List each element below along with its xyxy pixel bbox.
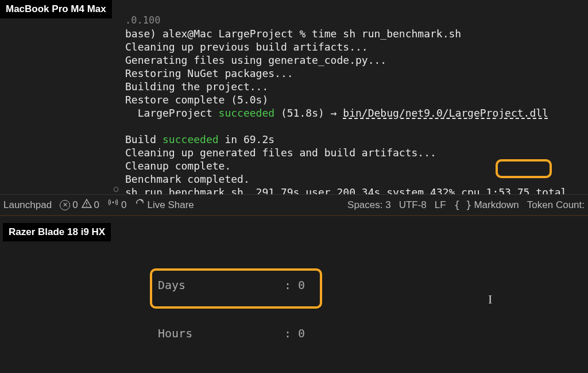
version-fragment: .0.100 — [125, 14, 160, 26]
terminal-output-macbook: .0.100 base) alex@Mac LargeProject % tim… — [0, 0, 588, 194]
out-line-project-succeeded: LargeProject succeeded (51.8s) → bin/Deb… — [125, 107, 548, 119]
out-line-cleanup-complete: Cleanup complete. — [125, 160, 231, 172]
out-line-restoring: Restoring NuGet packages... — [125, 67, 293, 79]
status-bar: Launchpad ✕ 0 0 0 Live Share Spaces: 3 U… — [0, 194, 588, 215]
label-macbook: MacBook Pro M4 Max — [0, 0, 112, 18]
out-line-cleaning-gen: Cleaning up generated files and build ar… — [125, 147, 436, 159]
ports-indicator[interactable]: 0 — [107, 198, 126, 212]
out-line-cleaning: Cleaning up previous build artifacts... — [125, 41, 368, 53]
launchpad-button[interactable]: Launchpad — [3, 199, 52, 211]
spaces-indicator[interactable]: Spaces: 3 — [347, 199, 391, 211]
live-share-icon — [135, 198, 145, 212]
radio-tower-icon — [107, 198, 119, 212]
error-icon: ✕ — [60, 200, 70, 210]
ps-key-days: Days — [158, 277, 284, 293]
out-line-generating: Generating files using generate_code.py.… — [125, 54, 386, 66]
ps-val-days: 0 — [298, 277, 305, 293]
problems-warnings[interactable]: 0 — [82, 199, 99, 211]
token-count[interactable]: Token Count: — [527, 199, 585, 211]
out-line-benchmark-completed: Benchmark completed. — [125, 173, 250, 185]
ps-val-hours: 0 — [298, 325, 305, 341]
braces-icon: { } — [454, 199, 472, 211]
svg-point-1 — [86, 206, 87, 207]
powershell-timespan-output: Days: 0 Hours: 0 Minutes: 2 Seconds: 52 … — [158, 245, 430, 373]
out-line-timing: sh run_benchmark.sh 291.79s user 200.34s… — [125, 186, 567, 194]
live-share-button[interactable]: Live Share — [135, 198, 194, 212]
warning-icon — [82, 199, 92, 211]
out-line-restore-complete: Restore complete (5.0s) — [125, 94, 268, 106]
label-razer: Razer Blade 18 i9 HX — [3, 223, 111, 241]
ps-key-hours: Hours — [158, 325, 284, 341]
prompt-line-1: base) alex@Mac LargeProject % time sh ru… — [125, 28, 461, 40]
problems-errors[interactable]: ✕ 0 — [60, 199, 78, 211]
language-mode[interactable]: { } Markdown — [454, 199, 519, 211]
svg-point-2 — [113, 202, 114, 203]
out-line-building: Building the project... — [125, 80, 268, 93]
out-line-build-succeeded: Build succeeded in 69.2s — [125, 133, 274, 145]
encoding-indicator[interactable]: UTF-8 — [399, 199, 427, 211]
gutter-dot-icon: ○ — [114, 184, 118, 193]
eol-indicator[interactable]: LF — [435, 199, 446, 211]
text-cursor-icon: I — [488, 292, 492, 307]
